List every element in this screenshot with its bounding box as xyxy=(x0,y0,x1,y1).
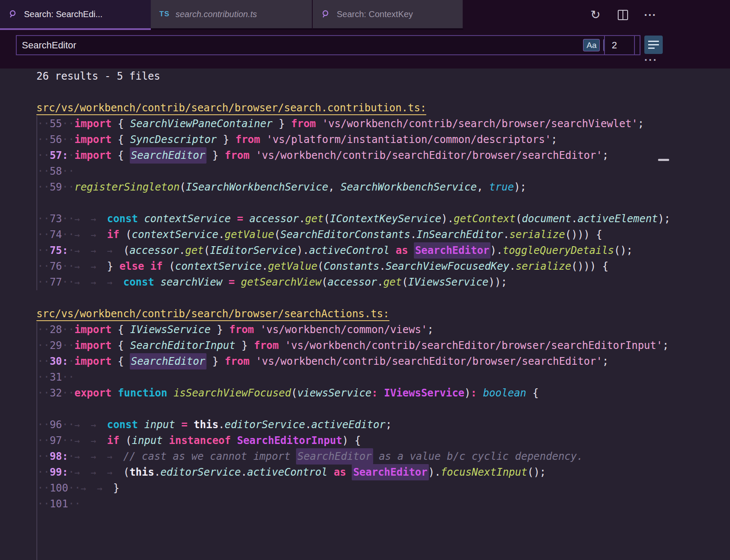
code-token: ). xyxy=(296,244,309,256)
tab-search-searcheditor[interactable]: Search: SearchEdi... xyxy=(0,0,151,30)
code-token: . xyxy=(218,419,224,431)
line-number: 31 xyxy=(50,371,62,383)
code-token: } xyxy=(272,118,291,130)
code-token: viewsService xyxy=(297,387,371,399)
separator-line xyxy=(37,401,730,417)
tab-search-contextkey[interactable]: Search: ContextKey xyxy=(313,0,464,30)
code-token: ( xyxy=(402,276,408,288)
code-token: input xyxy=(132,435,163,447)
toggle-search-details-button[interactable] xyxy=(644,36,663,54)
tab-indent-arrow: → xyxy=(91,275,107,291)
code-line[interactable]: ··101·· xyxy=(37,496,730,512)
tab-indent-arrow: → xyxy=(91,433,107,449)
code-token: = xyxy=(181,419,194,431)
code-token: get xyxy=(305,213,323,225)
code-token: ( xyxy=(163,260,175,272)
code-token: getValue xyxy=(224,229,274,241)
search-input[interactable]: SearchEditor Aa Ab| .* xyxy=(16,35,640,55)
code-line[interactable]: ··56··import { SyncDescriptor } from 'vs… xyxy=(37,132,730,148)
code-line[interactable]: ··75:·→→→(accessor.get(IEditorService).a… xyxy=(37,243,730,259)
code-token: . xyxy=(299,213,305,225)
query-overflow-ellipsis[interactable]: ··· xyxy=(644,54,658,66)
code-line[interactable]: ··96··→→const input = this.editorService… xyxy=(37,417,730,433)
line-number: 97 xyxy=(50,435,62,447)
line-number: 58 xyxy=(50,165,62,177)
split-editor-button[interactable] xyxy=(616,9,629,21)
code-line[interactable]: ··59··registerSingleton(ISearchWorkbench… xyxy=(37,179,730,195)
code-token: = xyxy=(237,213,249,225)
typescript-icon: TS xyxy=(159,10,170,18)
code-token: } xyxy=(113,482,119,494)
code-token: : xyxy=(471,387,477,399)
code-line[interactable]: ··76··→→} else if (contextService.getVal… xyxy=(37,259,730,274)
code-token: ( xyxy=(291,387,297,399)
code-line[interactable]: ··28··import { IViewsService } from 'vs/… xyxy=(37,322,730,338)
whitespace-dots: · xyxy=(68,450,74,462)
code-line[interactable]: ··30:·import { SearchEditor } from 'vs/w… xyxy=(37,354,730,369)
code-token: ( xyxy=(317,260,323,272)
whitespace-dots: ·· xyxy=(37,229,50,241)
tab-indent-arrow: → xyxy=(75,449,91,465)
code-line[interactable]: ··58·· xyxy=(37,164,730,179)
result-block: ··55··import { SearchViewPaneContainer }… xyxy=(36,116,730,290)
code-token: ( xyxy=(204,244,210,256)
code-token: ISearchWorkbenchService xyxy=(186,181,328,193)
code-token xyxy=(163,435,169,447)
more-actions-button[interactable]: ··· xyxy=(644,9,657,21)
tab-indent-arrow: → xyxy=(91,227,107,243)
code-token: (); xyxy=(527,466,546,478)
whitespace-dots: ·· xyxy=(37,371,50,383)
code-line[interactable]: ··100··→→} xyxy=(37,480,730,496)
code-token: . xyxy=(377,276,383,288)
code-line[interactable]: ··74··→→if (contextService.getValue(Sear… xyxy=(37,227,730,243)
code-token: import xyxy=(75,134,112,146)
code-token: IViewsService xyxy=(130,324,211,336)
file-path-link[interactable]: src/vs/workbench/contrib/search/browser/… xyxy=(36,308,389,321)
code-token: import xyxy=(75,149,112,161)
code-line[interactable]: ··55··import { SearchViewPaneContainer }… xyxy=(37,116,730,132)
code-line[interactable]: ··29··import { SearchEditorInput } from … xyxy=(37,338,730,354)
whitespace-dots: ·· xyxy=(37,387,50,399)
code-token: . xyxy=(503,229,509,241)
tab-search-contribution-ts[interactable]: TS search.contribution.ts xyxy=(151,0,313,30)
code-token: ; xyxy=(638,118,644,130)
line-number: 29 xyxy=(50,340,62,351)
context-lines-input[interactable]: 2 xyxy=(604,35,635,55)
code-token: . xyxy=(305,419,311,431)
code-token: ( xyxy=(323,213,329,225)
match-case-toggle[interactable]: Aa xyxy=(583,39,599,51)
code-token: ; xyxy=(427,324,433,336)
code-line[interactable]: ··31·· xyxy=(37,369,730,385)
code-line[interactable]: ··73··→→const contextService = accessor.… xyxy=(37,211,730,227)
code-token: true xyxy=(489,181,514,193)
code-token: . xyxy=(241,466,247,478)
separator-line xyxy=(37,195,730,211)
code-line[interactable]: ··98:·→→→// cast as we cannot import Sea… xyxy=(37,449,730,465)
code-token: ). xyxy=(490,244,503,256)
split-editor-icon xyxy=(618,10,628,20)
file-path-link[interactable]: src/vs/workbench/contrib/search/browser/… xyxy=(36,102,426,115)
search-again-button[interactable]: ↻ xyxy=(589,9,602,21)
whitespace-dots: ·· xyxy=(37,419,50,431)
code-line[interactable]: ··99:·→→→(this.editorService.activeContr… xyxy=(37,465,730,480)
code-line[interactable]: ··57:·import { SearchEditor } from 'vs/w… xyxy=(37,148,730,164)
code-token: ; xyxy=(551,134,557,146)
search-match: SearchEditor xyxy=(414,242,491,259)
line-number: 96 xyxy=(50,419,62,431)
code-token: input xyxy=(144,419,181,431)
code-line[interactable]: ··97··→→if (input instanceof SearchEdito… xyxy=(37,433,730,449)
code-token: : xyxy=(371,387,377,399)
line-number: 98: xyxy=(50,450,68,462)
blank-line xyxy=(36,290,730,306)
tab-indent-arrow: → xyxy=(91,259,107,275)
tab-indent-arrow: → xyxy=(91,465,107,481)
tab-indent-arrow: → xyxy=(91,417,107,433)
code-token: ; xyxy=(602,355,608,367)
file-heading-line: src/vs/workbench/contrib/search/browser/… xyxy=(36,100,730,116)
code-line[interactable]: ··77··→→→const searchView = getSearchVie… xyxy=(37,274,730,290)
code-line[interactable]: ··32··export function isSearchViewFocuse… xyxy=(37,385,730,401)
code-token: IContextKeyService xyxy=(330,213,441,225)
code-token: ())) { xyxy=(565,229,602,241)
file-heading-line: src/vs/workbench/contrib/search/browser/… xyxy=(36,306,730,322)
code-token: ); xyxy=(514,181,527,193)
